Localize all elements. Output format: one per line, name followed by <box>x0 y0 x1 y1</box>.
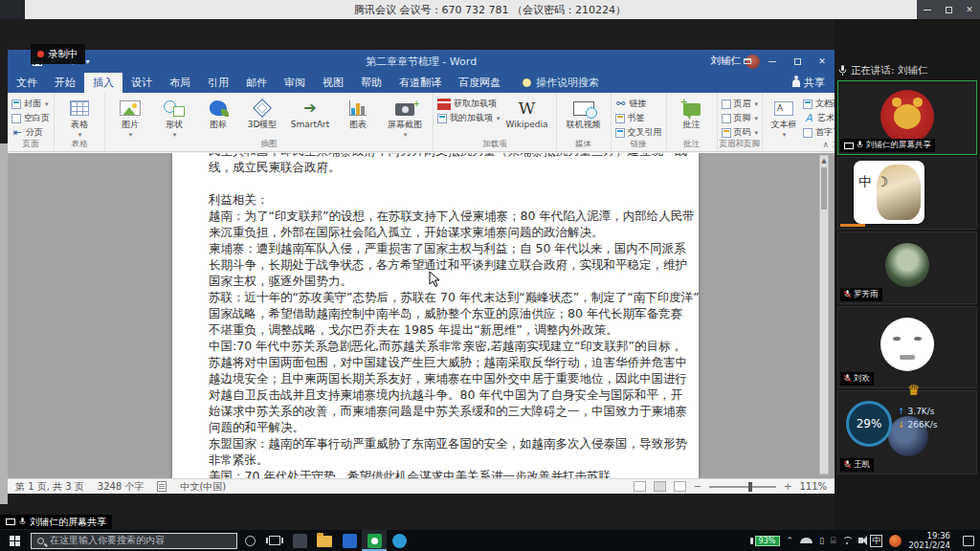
task-view-icon <box>269 536 280 545</box>
wikipedia-button[interactable]: W Wikipedia <box>502 96 552 129</box>
participant-tile-wangkai[interactable]: ♛ 29% ↑3.7K/s ↓266K/s 王凯 <box>837 390 977 474</box>
taskbar-search[interactable]: 在这里输入你要搜索的内容 <box>31 533 237 549</box>
page-indicator[interactable]: 第 1 页, 共 3 页 <box>15 480 84 494</box>
cortana-button[interactable] <box>237 530 262 551</box>
tab-design[interactable]: 设计 <box>122 73 161 93</box>
proofing-icon[interactable] <box>157 481 167 492</box>
chart-button[interactable]: 图表 <box>337 96 379 129</box>
share-label: 共享 <box>804 76 825 90</box>
comment-button[interactable]: 批注 <box>671 96 713 129</box>
input-method-indicator[interactable]: 中 <box>870 535 882 547</box>
link-button[interactable]: ⚯链接 <box>615 98 662 110</box>
sogou-input-icon[interactable] <box>889 535 902 547</box>
page-number-button[interactable]: 页码 <box>722 126 759 139</box>
maximize-icon[interactable] <box>938 0 959 19</box>
tab-layout[interactable]: 布局 <box>161 73 199 93</box>
tab-file[interactable]: 文件 <box>8 73 46 93</box>
minimize-icon[interactable] <box>917 0 938 19</box>
ribbon-display-options-icon[interactable] <box>735 50 760 73</box>
start-button[interactable] <box>0 530 29 551</box>
table-icon <box>70 100 89 116</box>
tab-view[interactable]: 视图 <box>314 73 352 93</box>
tray-expand-icon[interactable]: ⌃ <box>787 536 794 545</box>
word-count[interactable]: 3248 个字 <box>98 480 145 494</box>
my-addins-button[interactable]: 我的加载项 <box>437 112 501 124</box>
zoom-in-icon[interactable]: + <box>784 481 791 492</box>
close-icon[interactable]: ✕ <box>959 0 980 19</box>
taskbar-app-3[interactable] <box>387 530 412 551</box>
tab-review[interactable]: 审阅 <box>276 73 314 93</box>
date: 2021/2/24 <box>908 540 950 550</box>
clock[interactable]: 19:36 2021/2/24 <box>908 531 950 550</box>
collapse-ribbon-icon[interactable]: ∧ <box>822 140 829 149</box>
tell-me-label: 操作说明搜索 <box>536 76 599 90</box>
icons-button[interactable]: 图标 <box>197 96 239 129</box>
taskbar-app-1[interactable] <box>287 530 312 551</box>
participant-tile-luofangyu[interactable]: 罗芳雨 <box>837 231 977 304</box>
speaker-icon[interactable] <box>858 538 863 543</box>
vertical-scrollbar[interactable]: ▲ <box>819 155 829 474</box>
device-icon[interactable]: ▯ <box>819 536 824 545</box>
participant-tile-sharer[interactable]: 刘辅仁的屏幕共享 <box>837 80 977 155</box>
tab-references[interactable]: 引用 <box>199 73 237 93</box>
tab-mailings[interactable]: 邮件 <box>237 73 276 93</box>
task-view-button[interactable] <box>262 530 287 551</box>
cloud-icon[interactable] <box>800 538 813 543</box>
page-break-button[interactable]: ⇤分页 <box>11 126 50 139</box>
tab-youdao-translate[interactable]: 有道翻译 <box>390 73 450 93</box>
word-minimize-icon[interactable] <box>760 50 785 73</box>
online-video-button[interactable]: 联机视频 <box>561 96 607 129</box>
scroll-up-icon[interactable]: ▲ <box>820 156 828 165</box>
smartart-button[interactable]: ➔ SmartArt <box>285 96 335 129</box>
word-restore-icon[interactable] <box>785 50 810 73</box>
footer-button[interactable]: 页脚 <box>722 112 759 124</box>
document-page[interactable]: 民主共和国，即民主柬埔寨政府，同另外两支抵抗力量（柬埔寨抵抗力量三方）建立统一战… <box>172 153 699 478</box>
scrollbar-thumb[interactable] <box>821 167 827 209</box>
cover-page-button[interactable]: 封面 <box>11 98 50 110</box>
zoom-level[interactable]: 111% <box>799 481 827 492</box>
tab-insert[interactable]: 插入 <box>84 73 122 93</box>
doc-line: 非常紧张。 <box>209 452 664 468</box>
screenshot-button[interactable]: 屏幕截图 <box>381 96 429 140</box>
ethernet-icon[interactable]: ⌻ <box>831 536 835 546</box>
blank-page-button[interactable]: 空白页 <box>11 112 50 124</box>
file-explorer-button[interactable] <box>312 530 337 551</box>
volume-indicator <box>840 224 865 227</box>
tab-home[interactable]: 开始 <box>46 73 84 93</box>
battery-indicator[interactable]: 93% <box>750 536 780 546</box>
get-addins-button[interactable]: 获取加载项 <box>437 98 501 110</box>
web-layout-icon[interactable] <box>674 481 686 492</box>
group-label: 批注 <box>667 139 717 150</box>
zoom-slider[interactable] <box>709 486 776 488</box>
person-icon <box>792 79 800 87</box>
header-button[interactable]: 页眉 <box>722 98 759 110</box>
tab-baidu-netdisk[interactable]: 百度网盘 <box>450 73 509 93</box>
zoom-out-icon[interactable]: − <box>694 481 702 492</box>
participant-tile-liuhuan[interactable]: 刘欢 <box>837 306 977 388</box>
pictures-button[interactable]: 图片 <box>109 96 151 140</box>
table-button[interactable]: 表格 <box>58 96 100 140</box>
mic-muted-icon <box>844 460 851 470</box>
zoom-slider-thumb[interactable] <box>748 482 752 492</box>
read-mode-icon[interactable] <box>634 481 646 492</box>
participant-tile-sticker[interactable]: 中 ☽ <box>837 157 977 230</box>
tab-help[interactable]: 帮助 <box>352 73 390 93</box>
doc-line: 东盟国家：越南的军事行动严重威胁了东南亚各国的安全，如越南多次入侵泰国，导致形势 <box>209 435 664 452</box>
action-center-icon[interactable] <box>963 536 974 546</box>
text-box-button[interactable]: A 文本框 <box>767 96 801 140</box>
share-button[interactable]: 共享 <box>792 73 825 93</box>
bookmark-icon <box>615 114 625 123</box>
meeting-app-button[interactable] <box>362 530 387 551</box>
bookmark-button[interactable]: 书签 <box>615 112 662 124</box>
word-close-icon[interactable]: ✕ <box>810 50 835 73</box>
shapes-button[interactable]: 形状 <box>153 96 195 140</box>
taskbar-app-2[interactable] <box>337 530 362 551</box>
wifi-icon[interactable] <box>842 537 852 544</box>
tell-me-search[interactable]: 操作说明搜索 <box>523 73 599 93</box>
language-indicator[interactable]: 中文(中国) <box>180 480 226 494</box>
cross-reference-button[interactable]: 交叉引用 <box>615 126 662 139</box>
print-layout-icon[interactable] <box>654 481 666 492</box>
3d-models-button[interactable]: 3D模型 <box>241 96 283 129</box>
document-canvas[interactable]: 民主共和国，即民主柬埔寨政府，同另外两支抵抗力量（柬埔寨抵抗力量三方）建立统一战… <box>8 153 835 478</box>
word-window-controls: ✕ <box>735 50 835 73</box>
